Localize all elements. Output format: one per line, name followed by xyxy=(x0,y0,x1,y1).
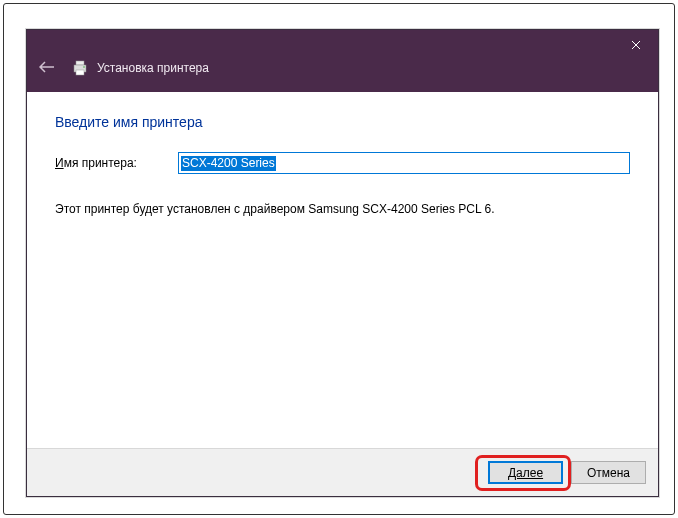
content-area: Введите имя принтера Имя принтера: SCX-4… xyxy=(27,92,658,238)
printer-name-row: Имя принтера: SCX-4200 Series xyxy=(55,152,630,174)
next-button[interactable]: Далее xyxy=(488,461,563,484)
wizard-window: Установка принтера Введите имя принтера … xyxy=(26,29,659,497)
back-button[interactable] xyxy=(39,60,55,76)
printer-icon xyxy=(71,59,89,77)
driver-info-text: Этот принтер будет установлен с драйверо… xyxy=(55,202,630,216)
printer-name-value: SCX-4200 Series xyxy=(181,156,276,171)
close-button[interactable] xyxy=(613,30,658,60)
printer-name-input[interactable]: SCX-4200 Series xyxy=(178,152,630,174)
titlebar-title: Установка принтера xyxy=(97,61,209,75)
page-heading: Введите имя принтера xyxy=(55,114,630,130)
titlebar: Установка принтера xyxy=(27,30,658,92)
cancel-button[interactable]: Отмена xyxy=(571,461,646,484)
svg-rect-0 xyxy=(76,61,84,65)
printer-name-label: Имя принтера: xyxy=(55,156,178,170)
svg-point-3 xyxy=(83,66,85,68)
button-bar: Далее Отмена xyxy=(27,448,658,496)
svg-rect-2 xyxy=(76,70,84,75)
